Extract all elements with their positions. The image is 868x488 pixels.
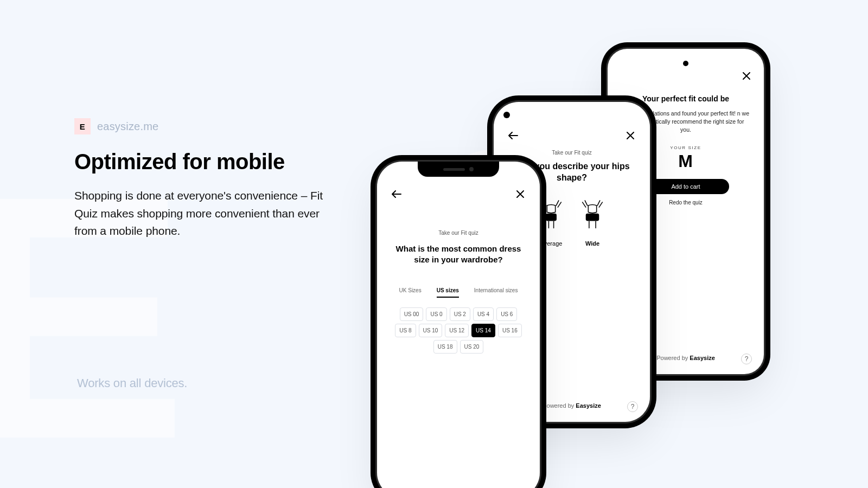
size-chip[interactable]: US 6 bbox=[496, 307, 517, 321]
size-chip[interactable]: US 14 bbox=[471, 324, 495, 337]
sub-note: Works on all devices. bbox=[77, 376, 187, 390]
brand-row: E easysize.me bbox=[74, 118, 356, 134]
svg-line-8 bbox=[585, 200, 588, 205]
svg-line-3 bbox=[556, 200, 559, 205]
quiz-eyebrow: Take our Fit quiz bbox=[389, 230, 528, 236]
camera-hole-icon bbox=[503, 112, 510, 118]
phone-size-question: Take our Fit quiz What is the most commo… bbox=[377, 162, 540, 488]
size-system-tabs: UK SizesUS sizesInternational sizes bbox=[389, 287, 528, 298]
back-icon[interactable] bbox=[506, 128, 521, 143]
svg-line-1 bbox=[544, 200, 546, 205]
close-icon[interactable] bbox=[623, 128, 638, 143]
size-chip[interactable]: US 4 bbox=[473, 307, 494, 321]
add-to-cart-button[interactable]: Add to cart bbox=[642, 179, 729, 194]
size-chip[interactable]: US 8 bbox=[395, 324, 416, 337]
phone-notch-icon bbox=[418, 162, 499, 177]
marketing-copy: E easysize.me Optimized for mobile Shopp… bbox=[74, 118, 356, 240]
svg-line-0 bbox=[541, 202, 545, 207]
hips-shape-label: Wide bbox=[580, 240, 605, 247]
tab-size-system[interactable]: International sizes bbox=[474, 287, 518, 298]
brand-name: easysize.me bbox=[97, 120, 158, 133]
brand-badge: E bbox=[74, 118, 91, 134]
svg-line-2 bbox=[558, 202, 561, 207]
tab-size-system[interactable]: US sizes bbox=[437, 287, 459, 298]
svg-line-10 bbox=[597, 200, 600, 205]
hips-shape-option[interactable]: Average bbox=[539, 199, 564, 247]
size-chip[interactable]: US 12 bbox=[445, 324, 469, 337]
quiz-eyebrow: Take our Fit quiz bbox=[505, 150, 639, 156]
size-chip[interactable]: US 10 bbox=[419, 324, 443, 337]
svg-line-9 bbox=[599, 202, 602, 207]
result-title: Your perfect fit could be bbox=[618, 94, 753, 103]
svg-rect-4 bbox=[546, 214, 556, 220]
hips-shape-label: Average bbox=[539, 240, 564, 247]
size-chip[interactable]: US 2 bbox=[450, 307, 470, 321]
help-icon[interactable]: ? bbox=[627, 401, 638, 412]
help-icon[interactable]: ? bbox=[741, 354, 752, 364]
size-chip[interactable]: US 20 bbox=[460, 340, 484, 354]
size-chip[interactable]: US 18 bbox=[433, 340, 457, 354]
hips-shape-option[interactable]: Wide bbox=[580, 199, 605, 247]
size-chip[interactable]: US 00 bbox=[400, 307, 424, 321]
page-body: Shopping is done at everyone's convenien… bbox=[74, 187, 329, 240]
svg-rect-11 bbox=[586, 214, 599, 220]
size-chip[interactable]: US 0 bbox=[426, 307, 446, 321]
back-icon[interactable] bbox=[389, 187, 404, 202]
tab-size-system[interactable]: UK Sizes bbox=[399, 287, 422, 298]
page-headline: Optimized for mobile bbox=[74, 150, 356, 174]
size-chip[interactable]: US 16 bbox=[498, 324, 522, 337]
quiz-question: What is the most common dress size in yo… bbox=[389, 243, 528, 266]
svg-line-7 bbox=[583, 202, 586, 207]
close-icon[interactable] bbox=[513, 187, 528, 202]
camera-hole-icon bbox=[683, 61, 688, 66]
size-chip-grid: US 00US 0US 2US 4US 6US 8US 10US 12US 14… bbox=[389, 307, 528, 354]
